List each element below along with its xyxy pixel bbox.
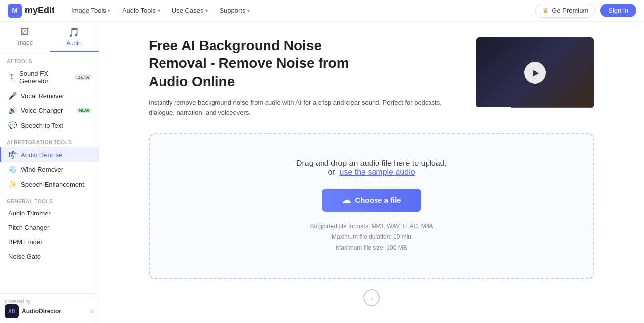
- beta-badge: BETA: [75, 74, 92, 80]
- nav-items: Image Tools ▾ Audio Tools ▾ Use Cases ▾ …: [66, 4, 523, 17]
- nav-item-image-tools[interactable]: Image Tools ▾: [66, 4, 115, 17]
- main-layout: 🖼 Image 🎵 Audio AI TOOLS 🎛 Sound FX Gene…: [0, 22, 644, 323]
- sidebar-item-label: Voice Changer: [21, 107, 63, 114]
- vocal-remover-icon: 🎤: [8, 92, 17, 100]
- scroll-down-icon: ↓: [363, 289, 380, 306]
- restoration-section-label: AI RESTORATION TOOLS: [0, 133, 99, 147]
- sidebar-item-label: Speech to Text: [21, 122, 63, 129]
- sidebar-item-wind-remover[interactable]: 💨 Wind Remover: [0, 162, 99, 177]
- duration-label: Maximum file duration: 10 min: [164, 232, 579, 243]
- audio-denoise-icon: 🎼: [8, 151, 17, 159]
- sidebar-item-noise-gate[interactable]: Noise Gate: [0, 249, 99, 264]
- chevron-down-icon: ▾: [247, 8, 250, 13]
- audio-tab-icon: 🎵: [68, 27, 79, 38]
- formats-label: Supported file formats: MP3, WAV, FLAC, …: [164, 221, 579, 232]
- scroll-hint: ↓: [149, 289, 594, 306]
- top-nav: M myEdit Image Tools ▾ Audio Tools ▾ Use…: [0, 0, 644, 22]
- audiodirector-icon: AD: [5, 304, 19, 318]
- cloud-upload-icon: ☁: [342, 195, 351, 206]
- sidebar-item-label: Audio Trimmer: [8, 210, 51, 217]
- video-progress-bar: [476, 107, 594, 108]
- general-tools-section-label: GENERAL TOOLS: [0, 192, 99, 206]
- upload-main-text: Drag and drop an audio file here to uplo…: [164, 159, 579, 177]
- sidebar-item-voice-changer[interactable]: 🔊 Voice Changer NEW: [0, 103, 99, 118]
- hero-title-line1: Free AI Background Noise: [149, 38, 322, 53]
- nav-label-use-cases: Use Cases: [172, 7, 204, 14]
- sidebar-item-audio-denoise[interactable]: 🎼 Audio Denoise: [0, 147, 99, 162]
- powered-by-label: powered by: [5, 299, 94, 304]
- hero-text: Free AI Background Noise Removal - Remov…: [149, 37, 461, 118]
- sidebar-footer: powered by AD AudioDirector ››: [0, 293, 99, 323]
- logo[interactable]: M myEdit: [8, 4, 54, 18]
- logo-icon: M: [8, 4, 22, 18]
- upload-area: Drag and drop an audio file here to uplo…: [149, 133, 594, 279]
- nav-item-audio-tools[interactable]: Audio Tools ▾: [117, 4, 165, 17]
- sign-in-button[interactable]: Sign in: [600, 4, 636, 17]
- sidebar-item-label: Noise Gate: [8, 253, 41, 260]
- wind-remover-icon: 💨: [8, 165, 17, 173]
- sidebar: 🖼 Image 🎵 Audio AI TOOLS 🎛 Sound FX Gene…: [0, 22, 99, 323]
- video-progress-fill: [476, 107, 511, 108]
- nav-item-use-cases[interactable]: Use Cases ▾: [167, 4, 213, 17]
- sidebar-item-sound-fx[interactable]: 🎛 Sound FX Generator BETA: [0, 66, 99, 88]
- audio-tab-label: Audio: [66, 40, 82, 47]
- choose-file-button[interactable]: ☁ Choose a file: [322, 189, 421, 212]
- sidebar-item-speech-enhancement[interactable]: ✨ Speech Enhancement: [0, 177, 99, 192]
- sidebar-item-bpm-finder[interactable]: BPM Finder: [0, 235, 99, 249]
- hero-section: Free AI Background Noise Removal - Remov…: [149, 37, 594, 118]
- main-content: Free AI Background Noise Removal - Remov…: [99, 22, 644, 323]
- new-badge: NEW: [76, 108, 92, 113]
- audiodirector-name: AudioDirector: [22, 308, 61, 315]
- sidebar-item-label: Speech Enhancement: [21, 181, 84, 188]
- sidebar-item-vocal-remover[interactable]: 🎤 Vocal Remover: [0, 88, 99, 103]
- sidebar-item-label: Audio Denoise: [21, 151, 63, 159]
- sidebar-item-audio-trimmer[interactable]: Audio Trimmer: [0, 206, 99, 220]
- sidebar-tabs: 🖼 Image 🎵 Audio: [0, 22, 99, 52]
- choose-file-label: Choose a file: [355, 196, 401, 204]
- upload-info: Supported file formats: MP3, WAV, FLAC, …: [164, 221, 579, 254]
- hero-title-line2: Removal - Remove Noise from: [149, 55, 349, 71]
- chevron-right-icon: ››: [90, 308, 94, 315]
- nav-label-supports: Supports: [219, 7, 245, 14]
- chevron-down-icon: ▾: [108, 8, 110, 13]
- content-inner: Free AI Background Noise Removal - Remov…: [149, 37, 594, 306]
- sidebar-item-label: BPM Finder: [8, 238, 43, 246]
- nav-label-image-tools: Image Tools: [71, 7, 106, 14]
- sound-fx-icon: 🎛: [8, 73, 15, 81]
- hero-description: Instantly remove background noise from a…: [149, 98, 461, 118]
- go-premium-button[interactable]: ♛ Go Premium: [535, 4, 595, 18]
- image-tab-label: Image: [16, 39, 33, 46]
- nav-right: ♛ Go Premium Sign in: [535, 4, 636, 18]
- signin-label: Sign in: [608, 7, 628, 14]
- drag-text: Drag and drop an audio file here to uplo…: [296, 159, 447, 167]
- speech-to-text-icon: 💬: [8, 121, 17, 129]
- voice-changer-icon: 🔊: [8, 107, 17, 114]
- hero-title: Free AI Background Noise Removal - Remov…: [149, 37, 461, 91]
- size-label: Maximum file size: 100 MB: [164, 243, 579, 254]
- speech-enhancement-icon: ✨: [8, 180, 17, 188]
- hero-video[interactable]: [476, 37, 594, 108]
- logo-text: myEdit: [25, 5, 54, 16]
- nav-label-audio-tools: Audio Tools: [122, 7, 156, 14]
- audiodirector-logo[interactable]: AD AudioDirector ››: [5, 304, 94, 318]
- play-button[interactable]: [524, 62, 546, 84]
- tab-image[interactable]: 🖼 Image: [0, 22, 50, 52]
- hero-video-background: [476, 37, 594, 108]
- nav-item-supports[interactable]: Supports ▾: [215, 4, 255, 17]
- sidebar-item-label: Vocal Remover: [21, 92, 64, 100]
- or-text: or: [328, 168, 335, 176]
- ai-tools-section-label: AI TOOLS: [0, 52, 99, 66]
- image-tab-icon: 🖼: [20, 27, 29, 37]
- sidebar-item-speech-to-text[interactable]: 💬 Speech to Text: [0, 118, 99, 133]
- sidebar-item-pitch-changer[interactable]: Pitch Changer: [0, 220, 99, 235]
- sidebar-item-label: Wind Remover: [21, 166, 63, 173]
- crown-icon: ♛: [542, 7, 549, 15]
- hero-title-line3: Audio Online: [149, 74, 235, 89]
- sidebar-item-label: Pitch Changer: [8, 224, 49, 231]
- chevron-down-icon: ▾: [205, 8, 208, 13]
- sidebar-item-label: Sound FX Generator: [19, 70, 71, 85]
- sample-audio-link[interactable]: use the sample audio: [340, 168, 415, 176]
- chevron-down-icon: ▾: [158, 8, 160, 13]
- premium-label: Go Premium: [552, 7, 588, 14]
- tab-audio[interactable]: 🎵 Audio: [50, 22, 99, 52]
